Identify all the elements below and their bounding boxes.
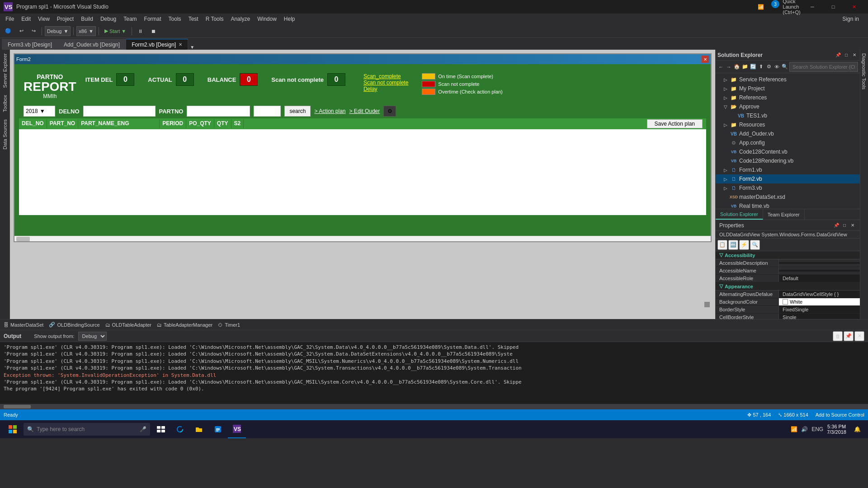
se-back-btn[interactable]: ← (717, 62, 724, 72)
toolbar-pause-btn[interactable]: ⏸ (135, 26, 146, 36)
signin-link[interactable]: Sign in (839, 15, 866, 23)
tree-item-code128content[interactable]: VB Code128Content.vb (716, 147, 860, 156)
tab-form3[interactable]: Form3.vb [Design] (2, 39, 58, 50)
taskbar-explorer[interactable] (190, 420, 208, 438)
prop-section-appearance[interactable]: ▽ Appearance (716, 282, 860, 291)
save-action-plan-button[interactable]: Save Action plan (647, 119, 703, 128)
year-dropdown[interactable]: 2018 ▼ (24, 106, 55, 117)
props-search-btn[interactable]: 🔍 (750, 240, 760, 250)
output-clear-btn[interactable]: 🗑 (833, 331, 843, 341)
menu-window[interactable]: Window (254, 15, 280, 23)
tree-item-code128rendering[interactable]: VB Code128Rendering.vb (716, 156, 860, 165)
menu-view[interactable]: View (34, 15, 53, 23)
taskbar-language[interactable]: ENG (811, 426, 823, 432)
delay-link[interactable]: Delay (363, 86, 408, 92)
se-home-btn[interactable]: 🏠 (733, 62, 741, 72)
menu-analyze[interactable]: Analyze (227, 15, 254, 23)
tree-item-form3[interactable]: ▷ 🗋 Form3.vb (716, 183, 860, 192)
menu-debug[interactable]: Debug (97, 15, 120, 23)
output-close-btn[interactable]: ✕ (854, 331, 864, 341)
tree-item-appconfig[interactable]: ⚙ App.config (716, 138, 860, 147)
tab-add-ouder[interactable]: Add_Ouder.vb [Design] (58, 39, 126, 50)
delno-input[interactable] (83, 106, 156, 117)
search-launch-icon[interactable]: Quick Launch (Ctrl+Q) (781, 0, 802, 14)
tree-item-tes1[interactable]: VB TES1.vb (716, 111, 860, 120)
platform-dropdown[interactable]: x86 ▼ (76, 26, 96, 36)
props-close-btn[interactable]: ✕ (849, 222, 856, 229)
tree-item-form1[interactable]: ▷ 🗋 Form1.vb (716, 165, 860, 174)
start-button[interactable]: ▶ Start ▼ (102, 26, 129, 36)
menu-file[interactable]: File (2, 15, 18, 23)
taskbar-task-view[interactable] (152, 420, 170, 438)
prop-value-accessible-role[interactable]: Default (779, 275, 860, 282)
tree-item-resources[interactable]: ▷ 📁 Resources (716, 120, 860, 129)
taskbar-search-box[interactable]: 🔍 Type here to search 🎤 (24, 423, 150, 436)
se-preview-btn[interactable]: 👁 (774, 62, 780, 72)
action-plan-link[interactable]: > Action plan (314, 108, 345, 114)
prop-value-accessible-desc[interactable] (779, 262, 860, 264)
se-collapse-btn[interactable]: ⬆ (758, 62, 764, 72)
toggle-button[interactable]: ⚙ (383, 106, 396, 117)
resize-handle[interactable] (704, 302, 710, 307)
tree-item-approve[interactable]: ▽ 📂 Approve (716, 102, 860, 111)
diagnostic-tools-label[interactable]: Diagnostic Tools (860, 50, 868, 93)
close-btn[interactable]: ✕ (844, 0, 864, 14)
partno-input2[interactable] (254, 106, 281, 117)
toolbar-undo-btn[interactable]: ↩ (16, 26, 27, 36)
tree-item-service-refs[interactable]: ▷ 📁 Service References (716, 75, 860, 84)
tab-team-explorer[interactable]: Team Explorer (763, 209, 805, 220)
menu-format[interactable]: Format (141, 15, 165, 23)
tree-item-masterdataset[interactable]: XSD masterDataSet.xsd (716, 192, 860, 202)
toolbar-new-btn[interactable]: 🔵 (2, 26, 14, 36)
se-refresh-btn[interactable]: 🔄 (750, 62, 757, 72)
se-close-btn[interactable]: ✕ (851, 52, 858, 59)
props-cat-btn[interactable]: 📋 (717, 240, 727, 250)
partno-input[interactable] (187, 106, 250, 117)
tree-item-my-project[interactable]: ▷ 📁 My Project (716, 84, 860, 93)
se-pin-btn[interactable]: 📌 (835, 52, 842, 59)
edit-ouder-link[interactable]: > Edit Ouder (349, 108, 380, 114)
prop-value-borderstyle[interactable]: FixedSingle (779, 306, 860, 313)
tab-form2-close[interactable]: ✕ (179, 42, 182, 47)
tab-solution-explorer[interactable]: Solution Explorer (716, 209, 763, 220)
server-explorer-label[interactable]: Server Explorer (1, 50, 9, 91)
output-source-dropdown[interactable]: Debug (78, 332, 107, 341)
menu-project[interactable]: Project (53, 15, 77, 23)
form-close-button[interactable]: ✕ (702, 56, 709, 63)
search-button[interactable]: search (284, 106, 311, 117)
component-timer1[interactable]: ⏲ Timer1 (218, 322, 240, 328)
tree-item-realtime[interactable]: VB Real time.vb (716, 202, 860, 209)
menu-tools[interactable]: Tools (165, 15, 185, 23)
h-scrollbar[interactable] (14, 236, 711, 241)
taskbar-store[interactable] (209, 420, 227, 438)
debug-dropdown[interactable]: Debug ▼ (45, 26, 71, 36)
prop-value-accessible-name[interactable] (779, 270, 860, 272)
output-pin-btn[interactable]: 📌 (844, 331, 854, 341)
props-pin-btn[interactable]: 📌 (833, 222, 840, 229)
prop-value-bgcolor[interactable]: White (779, 298, 860, 305)
menu-team[interactable]: Team (120, 15, 140, 23)
taskbar-edge[interactable] (171, 420, 189, 438)
se-forward-btn[interactable]: → (725, 62, 732, 72)
se-properties-btn[interactable]: ⚙ (765, 62, 772, 72)
prop-value-cellborderstyle[interactable]: Single (779, 314, 860, 319)
component-oldbindingsource[interactable]: 🔗 OLDBindingSource (49, 322, 99, 328)
tree-item-references[interactable]: ▷ 📁 References (716, 93, 860, 102)
add-to-source-control[interactable]: Add to Source Control (816, 412, 864, 418)
scan-complete-link[interactable]: Scan_complete (363, 73, 408, 80)
props-event-btn[interactable]: ⚡ (739, 240, 749, 250)
taskbar-start-btn[interactable] (4, 420, 22, 438)
se-expand-btn[interactable]: □ (843, 52, 850, 59)
menu-test[interactable]: Test (185, 15, 202, 23)
prop-section-accessibility[interactable]: ▽ Accessibility (716, 251, 860, 259)
component-masterdataset[interactable]: 🗄 MasterDataSet (4, 322, 43, 328)
menu-rtools[interactable]: R Tools (202, 15, 227, 23)
toolbar-redo-btn[interactable]: ↪ (28, 26, 39, 36)
component-oldtableadapter[interactable]: 🗂 OLDTableAdapter (105, 322, 151, 328)
data-sources-label[interactable]: Data Sources (1, 116, 9, 153)
tab-dropdown[interactable]: ▼ (190, 45, 199, 50)
toolbar-stop-btn[interactable]: ⏹ (148, 26, 159, 36)
output-h-scrollbar[interactable] (0, 404, 868, 409)
menu-edit[interactable]: Edit (18, 15, 34, 23)
se-search-input[interactable] (789, 62, 858, 72)
